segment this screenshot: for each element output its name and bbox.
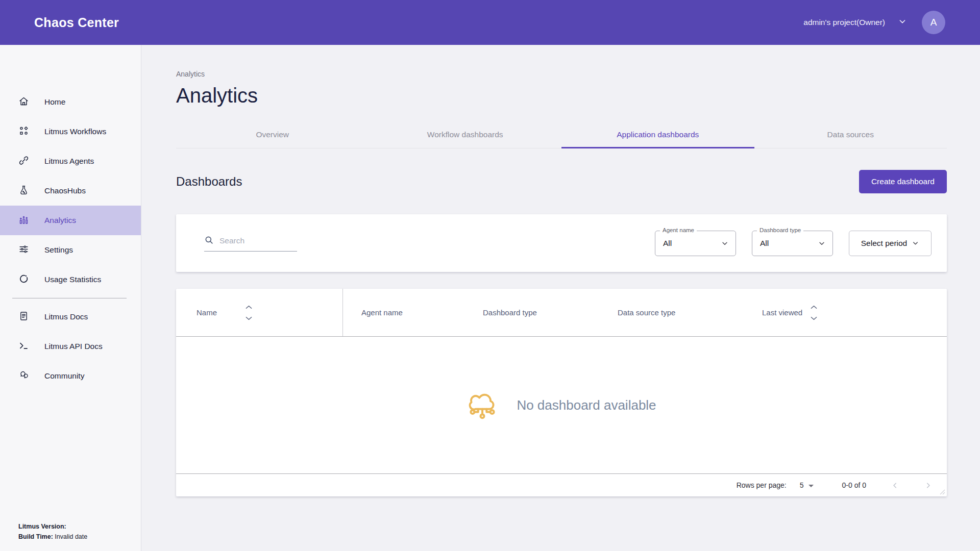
- layout: Home Litmus Workflows Litmus Agents Chao…: [0, 45, 980, 551]
- sidebar-item-analytics[interactable]: Analytics: [0, 206, 141, 235]
- select-period-label: Select period: [861, 239, 907, 248]
- docs-icon: [18, 311, 29, 323]
- project-selector-label: admin's project(Owner): [803, 18, 885, 27]
- sort-asc-icon[interactable]: [246, 305, 252, 309]
- section-header: Dashboards Create dashboard: [176, 170, 947, 193]
- column-label: Last viewed: [762, 308, 802, 317]
- section-heading: Dashboards: [176, 174, 242, 189]
- dashboard-type-select[interactable]: Dashboard type All: [752, 231, 833, 256]
- chevron-down-icon: [818, 239, 826, 247]
- sidebar-item-litmus-api-docs[interactable]: Litmus API Docs: [0, 332, 141, 361]
- filter-bar: Agent name All Dashboard type All Select…: [176, 214, 947, 272]
- sidebar-item-litmus-workflows[interactable]: Litmus Workflows: [0, 117, 141, 146]
- agent-name-select[interactable]: Agent name All: [655, 231, 736, 256]
- usage-statistics-icon: [18, 273, 29, 286]
- sidebar-item-label: Litmus Docs: [44, 312, 88, 321]
- pagination-bar: Rows per page: 5 0-0 of 0: [176, 473, 947, 496]
- column-label: Data source type: [618, 308, 675, 317]
- sort-asc-icon[interactable]: [811, 305, 817, 309]
- sidebar-item-label: Litmus Workflows: [44, 127, 106, 136]
- topbar-right: admin's project(Owner) A: [803, 11, 945, 34]
- avatar-initial: A: [930, 17, 937, 28]
- previous-page-button[interactable]: [891, 481, 899, 490]
- create-dashboard-button[interactable]: Create dashboard: [859, 170, 947, 193]
- agent-name-select-value: All: [663, 239, 672, 248]
- search-box[interactable]: [204, 235, 297, 252]
- sidebar-item-litmus-agents[interactable]: Litmus Agents: [0, 146, 141, 176]
- app-title: Chaos Center: [34, 15, 119, 30]
- dropdown-arrow-icon: [808, 485, 814, 487]
- sort-desc-icon[interactable]: [811, 316, 817, 320]
- filter-selects: Agent name All Dashboard type All Select…: [655, 231, 932, 256]
- column-header-dashboard-type: Dashboard type: [483, 308, 618, 317]
- chevron-down-icon: [912, 239, 919, 247]
- column-label: Name: [197, 308, 217, 317]
- tab-data-sources[interactable]: Data sources: [754, 122, 947, 148]
- tab-overview[interactable]: Overview: [176, 122, 369, 148]
- analytics-icon: [18, 214, 29, 227]
- api-docs-icon: [18, 340, 29, 353]
- sidebar-item-label: Litmus API Docs: [44, 342, 103, 351]
- sidebar: Home Litmus Workflows Litmus Agents Chao…: [0, 45, 141, 551]
- chaoshub-icon: [18, 185, 29, 197]
- rows-per-page-select[interactable]: 5: [800, 481, 814, 489]
- search-input[interactable]: [219, 236, 297, 245]
- chevron-down-icon: [898, 17, 906, 28]
- sort-control: [811, 305, 817, 320]
- chevron-right-icon: [924, 481, 933, 490]
- cloud-network-icon: [467, 389, 498, 421]
- column-header-data-source-type: Data source type: [618, 308, 762, 317]
- sidebar-item-label: Analytics: [44, 216, 76, 225]
- chevron-left-icon: [891, 481, 899, 490]
- table-header-row: Name Agent name Dashboard type Data sour…: [176, 289, 947, 337]
- column-label: Agent name: [361, 308, 403, 317]
- resize-grip-icon[interactable]: [940, 489, 945, 495]
- breadcrumb[interactable]: Analytics: [176, 70, 947, 78]
- pagination-range: 0-0 of 0: [842, 481, 866, 489]
- dashboard-type-select-value: All: [760, 239, 769, 248]
- search-icon: [204, 235, 214, 247]
- empty-state: No dashboard available: [176, 337, 947, 473]
- sidebar-divider: [12, 298, 127, 298]
- sort-control: [246, 305, 252, 320]
- sidebar-item-label: Settings: [44, 245, 73, 255]
- dashboard-type-select-label: Dashboard type: [757, 227, 803, 233]
- empty-state-message: No dashboard available: [517, 397, 656, 413]
- chevron-down-icon: [721, 239, 729, 247]
- community-icon: [18, 370, 29, 383]
- page-title: Analytics: [176, 84, 947, 107]
- sidebar-item-home[interactable]: Home: [0, 87, 141, 117]
- sidebar-item-usage-statistics[interactable]: Usage Statistics: [0, 265, 141, 294]
- litmus-version-label: Litmus Version:: [18, 523, 66, 530]
- sort-desc-icon[interactable]: [246, 316, 252, 320]
- rows-per-page-label: Rows per page:: [737, 481, 787, 489]
- sidebar-item-label: Litmus Agents: [44, 157, 94, 166]
- sidebar-item-label: Usage Statistics: [44, 275, 101, 284]
- settings-icon: [18, 244, 29, 257]
- sidebar-item-settings[interactable]: Settings: [0, 235, 141, 265]
- sidebar-item-chaoshubs[interactable]: ChaosHubs: [0, 176, 141, 206]
- home-icon: [18, 96, 29, 109]
- top-bar: Chaos Center admin's project(Owner) A: [0, 0, 980, 45]
- version-info: Litmus Version: Build Time: Invalid date: [18, 521, 87, 542]
- rows-per-page-value: 5: [800, 481, 804, 489]
- sidebar-item-litmus-docs[interactable]: Litmus Docs: [0, 302, 141, 332]
- column-header-last-viewed: Last viewed: [762, 305, 817, 320]
- sidebar-item-label: Home: [44, 97, 65, 107]
- avatar[interactable]: A: [922, 11, 945, 34]
- project-selector[interactable]: admin's project(Owner): [803, 17, 906, 28]
- sidebar-item-community[interactable]: Community: [0, 361, 141, 391]
- build-time-value: Invalid date: [53, 533, 87, 540]
- tab-bar: Overview Workflow dashboards Application…: [176, 122, 947, 148]
- column-header-agent-name: Agent name: [343, 308, 483, 317]
- dashboards-table: Name Agent name Dashboard type Data sour…: [176, 289, 947, 496]
- select-period-button[interactable]: Select period: [849, 231, 932, 256]
- main-content: Analytics Analytics Overview Workflow da…: [141, 45, 980, 551]
- agents-icon: [18, 155, 29, 168]
- column-label: Dashboard type: [483, 308, 537, 317]
- next-page-button[interactable]: [924, 481, 933, 490]
- sidebar-item-label: Community: [44, 371, 84, 381]
- tab-application-dashboards[interactable]: Application dashboards: [561, 122, 754, 148]
- sidebar-item-label: ChaosHubs: [44, 186, 86, 195]
- tab-workflow-dashboards[interactable]: Workflow dashboards: [369, 122, 562, 148]
